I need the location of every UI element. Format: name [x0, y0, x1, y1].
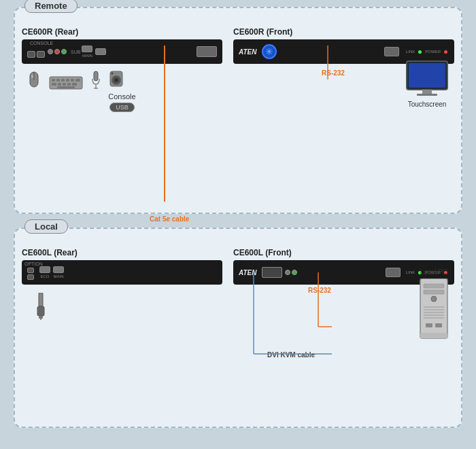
usb-dongle-icon	[35, 293, 46, 320]
rj45-group-2	[95, 48, 106, 55]
ce600r-rear-panel: CE600R (Rear) CONSOLE	[22, 27, 222, 112]
local-audio-1	[285, 270, 290, 275]
svg-point-36	[431, 296, 437, 302]
aten-logo-local: ATEN	[239, 269, 256, 276]
option-ports	[27, 268, 34, 280]
svg-rect-10	[52, 83, 56, 86]
svg-rect-11	[58, 83, 61, 86]
option-label: OPTION	[24, 262, 43, 266]
touchscreen-area: Touchscreen	[403, 60, 451, 108]
mouse-icon	[27, 71, 41, 90]
dvi-kvm-label: DVI KVM cable	[267, 351, 315, 359]
keyboard-icon	[49, 76, 83, 90]
svg-rect-8	[71, 79, 74, 82]
ce600l-rear-title: CE600L (Rear)	[22, 248, 222, 257]
link-led	[418, 50, 422, 54]
speaker-icon	[109, 71, 124, 90]
svg-rect-12	[63, 83, 66, 86]
ce600l-rear-panel: CE600L (Rear) OPTION ECO	[22, 248, 222, 322]
local-link-label: LINK	[406, 270, 415, 274]
svg-rect-30	[37, 306, 44, 316]
svg-rect-6	[61, 79, 65, 82]
local-label: Local	[24, 219, 68, 234]
audio-port-3	[61, 49, 67, 54]
remote-label: Remote	[24, 0, 78, 13]
ce600l-front-panel: CE600L (Front) ATEN	[233, 248, 454, 322]
peripherals-area	[22, 71, 222, 90]
main-container: Remote CE600R (Rear) CONSOLE	[0, 0, 476, 449]
sub-label: SUB	[71, 50, 80, 54]
power-button[interactable]: ✳	[262, 44, 277, 59]
usb-ports-group	[27, 51, 45, 58]
dvi-input-port	[262, 267, 282, 278]
svg-rect-43	[435, 323, 442, 327]
audio-port-1	[48, 49, 53, 54]
local-rj45-2	[53, 266, 64, 273]
console-area: Console USB	[22, 92, 222, 112]
cat5e-label-area: Cat 5e cable	[150, 215, 189, 223]
svg-rect-35	[424, 290, 444, 294]
svg-rect-29	[39, 293, 43, 306]
svg-rect-42	[426, 323, 432, 327]
ce600l-front-title: CE600L (Front)	[233, 248, 454, 257]
console-text: Console	[108, 92, 135, 101]
local-rs232-port	[386, 268, 401, 277]
mouse-peripheral	[27, 71, 41, 90]
rj45-port-1	[82, 46, 92, 52]
svg-rect-5	[56, 79, 60, 82]
link-label: LINK	[406, 50, 415, 54]
svg-rect-26	[417, 94, 437, 96]
svg-rect-13	[67, 83, 71, 86]
svg-rect-16	[94, 71, 98, 81]
svg-rect-31	[39, 316, 43, 319]
pc-tower-icon	[417, 279, 451, 340]
local-audio-2	[292, 270, 297, 275]
touchscreen-label: Touchscreen	[408, 101, 447, 108]
remote-section: Remote CE600R (Rear) CONSOLE	[14, 7, 462, 214]
svg-rect-9	[75, 79, 80, 82]
svg-rect-2	[31, 75, 33, 78]
speaker-peripheral	[109, 71, 124, 90]
usb-badge: USB	[109, 103, 135, 112]
usb-port-2	[37, 51, 45, 58]
local-lines-svg	[233, 272, 369, 408]
power-led	[444, 50, 447, 54]
microphone-icon	[91, 71, 101, 90]
local-pc-label: Local PC	[420, 268, 448, 276]
svg-point-21	[114, 78, 118, 82]
svg-rect-44	[420, 333, 447, 338]
ce600l-rear-bar: OPTION ECO MAIN	[22, 260, 222, 285]
aten-logo: ATEN	[239, 48, 256, 56]
option-port-1	[27, 268, 34, 273]
dvi-port-rear	[197, 46, 217, 57]
usb-port-1	[27, 51, 35, 58]
svg-point-22	[112, 73, 114, 75]
ce600r-front-panel: CE600R (Front) ATEN ✳ LINK	[233, 27, 454, 112]
rj45-group: MAIN	[82, 46, 92, 58]
keyboard-peripheral	[49, 76, 83, 90]
power-label: POWER	[425, 50, 441, 54]
console-port-label: CONSOLE	[30, 41, 53, 46]
option-port-2	[27, 274, 34, 280]
local-pc-area: Local PC	[417, 268, 451, 340]
rj45-port-2	[95, 48, 106, 55]
local-rj45-group-2: MAIN	[53, 266, 64, 279]
local-rj45-group: ECO	[39, 266, 50, 279]
audio-port-2	[54, 49, 60, 54]
svg-rect-34	[424, 284, 444, 288]
svg-rect-7	[66, 79, 69, 82]
svg-rect-4	[52, 79, 55, 82]
ce600r-rear-bar: CONSOLE SUB	[22, 39, 222, 64]
svg-rect-14	[72, 83, 77, 86]
dvi-kvm-area: DVI KVM cable	[267, 350, 315, 359]
microphone-peripheral	[91, 71, 101, 90]
ce600r-front-title: CE600R (Front)	[233, 27, 454, 37]
local-rs232-area: RS-232	[308, 285, 331, 295]
cat5e-label: Cat 5e cable	[150, 215, 189, 223]
svg-rect-24	[409, 63, 445, 88]
local-rj45-1	[39, 266, 50, 273]
rs232-label-local: RS-232	[308, 287, 331, 294]
rs232-port-front	[384, 47, 399, 56]
main-label: MAIN	[82, 54, 92, 58]
led-group: LINK POWER	[406, 50, 449, 54]
